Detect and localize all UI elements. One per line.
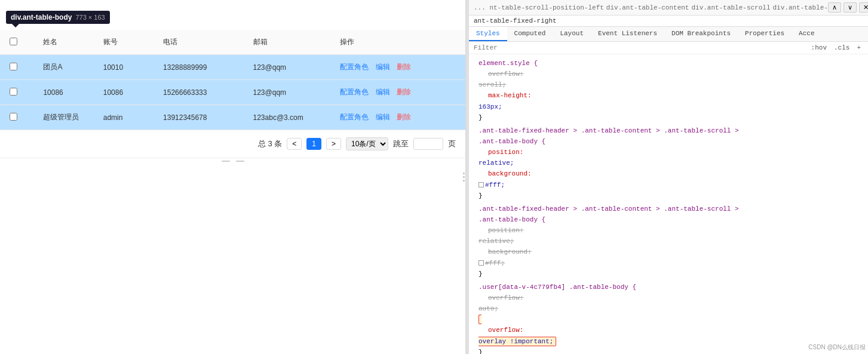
row-name: 超级管理员 xyxy=(33,105,93,130)
action-edit[interactable]: 编辑 xyxy=(376,113,390,121)
row-actions: 配置角色 编辑 删除 xyxy=(330,80,465,105)
css-property-line: background: #fff; xyxy=(474,168,863,190)
selector-input[interactable] xyxy=(474,17,863,24)
css-property-line: background: #fff; xyxy=(474,247,863,268)
per-page-select[interactable]: 10条/页 20条/页 50条/页 xyxy=(346,137,388,150)
tab-properties[interactable]: Properties xyxy=(738,27,792,41)
filter-hov-btn[interactable]: :hov xyxy=(809,44,829,52)
tab-dom-breakpoints[interactable]: DOM Breakpoints xyxy=(664,27,738,41)
breadcrumb-item-3[interactable]: div.ant-table-scroll xyxy=(691,4,770,11)
css-property-line: position: relative; xyxy=(474,147,863,168)
devtools-tabs: Styles Computed Layout Event Listeners D… xyxy=(469,27,868,42)
col-header-account: 账号 xyxy=(94,30,154,55)
action-edit[interactable]: 编辑 xyxy=(376,63,390,71)
filter-add-btn[interactable]: + xyxy=(854,44,863,52)
css-selector: .ant-table-fixed-header > .ant-table-con… xyxy=(474,125,863,136)
tab-acce[interactable]: Acce xyxy=(792,27,821,41)
css-property-line: overflow: scroll; xyxy=(474,69,863,90)
row-account: admin xyxy=(94,105,154,130)
breadcrumb-item-2[interactable]: div.ant-table-content xyxy=(606,4,689,11)
css-close-brace: } xyxy=(474,190,863,201)
css-rule-block: element.style { overflow: scroll; max-he… xyxy=(469,57,868,124)
row-checkbox-cell xyxy=(0,55,33,80)
col-header-name: 姓名 xyxy=(33,30,93,55)
filter-cls-btn[interactable]: .cls xyxy=(832,44,852,52)
data-table: 姓名 账号 电话 邮箱 操作 团员A 10010 13288889999 123… xyxy=(0,30,465,130)
selector-bar xyxy=(469,16,868,27)
devtools-panel: ... nt-table-scroll-position-left div.an… xyxy=(469,0,868,354)
drag-line-2 xyxy=(236,161,244,162)
color-swatch[interactable] xyxy=(479,260,484,266)
col-header-checkbox xyxy=(0,30,33,55)
row-name: 10086 xyxy=(33,80,93,105)
breadcrumb-expand-btn[interactable]: ✕ xyxy=(859,2,868,13)
css-property-line: max-height: 163px; xyxy=(474,90,863,112)
css-highlight: overflow: overlay !important; xyxy=(479,315,858,346)
breadcrumb-item-4[interactable]: div.ant-table- xyxy=(773,4,828,11)
current-page-btn[interactable]: 1 xyxy=(306,138,321,150)
action-role[interactable]: 配置角色 xyxy=(340,113,369,121)
col-header-action: 操作 xyxy=(330,30,465,55)
select-all-checkbox[interactable] xyxy=(10,38,17,45)
tab-computed[interactable]: Computed xyxy=(507,27,553,41)
tab-styles[interactable]: Styles xyxy=(469,27,507,41)
row-checkbox[interactable] xyxy=(10,113,17,121)
breadcrumb-right: ∧ ∨ ✕ xyxy=(828,2,868,13)
css-property-line: overflow: auto; xyxy=(474,293,863,314)
row-checkbox[interactable] xyxy=(10,63,17,70)
tooltip-dimensions: 773 × 163 xyxy=(75,14,105,21)
next-page-btn[interactable]: > xyxy=(326,138,341,150)
prev-page-btn[interactable]: < xyxy=(287,138,302,150)
table-row: 超级管理员 admin 13912345678 123abc@3.com 配置角… xyxy=(0,105,465,130)
table-row: 团员A 10010 13288889999 123@qqm 配置角色 编辑 删除 xyxy=(0,55,465,80)
row-checkbox[interactable] xyxy=(10,88,17,96)
breadcrumb-item-1[interactable]: ... nt-table-scroll-position-left xyxy=(474,4,604,11)
filter-btns: :hov .cls + xyxy=(809,44,863,52)
row-account: 10086 xyxy=(94,80,154,105)
css-selector: .ant-table-fixed-header > .ant-table-con… xyxy=(474,204,863,214)
css-property-line: position: relative; xyxy=(474,225,863,247)
row-email: 123abc@3.com xyxy=(244,105,331,130)
breadcrumb-up-btn[interactable]: ∧ xyxy=(828,2,841,13)
total-count: 总 3 条 xyxy=(258,138,282,149)
filter-input[interactable] xyxy=(474,44,804,51)
breadcrumb-down-btn[interactable]: ∨ xyxy=(844,2,857,13)
row-actions: 配置角色 编辑 删除 xyxy=(330,55,465,80)
tooltip-arrow xyxy=(12,24,19,27)
jump-input[interactable] xyxy=(413,138,443,150)
tab-layout[interactable]: Layout xyxy=(553,27,591,41)
action-delete[interactable]: 删除 xyxy=(397,113,411,121)
action-delete[interactable]: 删除 xyxy=(397,88,411,96)
color-swatch[interactable] xyxy=(479,182,484,187)
action-role[interactable]: 配置角色 xyxy=(340,88,369,96)
row-phone: 15266663333 xyxy=(154,80,243,105)
panel-divider[interactable] xyxy=(466,0,469,354)
drag-handle-area xyxy=(0,158,465,164)
right-resize-handle[interactable] xyxy=(462,165,465,189)
page-suffix: 页 xyxy=(448,138,456,149)
css-close-brace: } xyxy=(474,347,863,354)
css-rule-block: .ant-table-fixed-header > .ant-table-con… xyxy=(469,124,868,202)
css-selector: element.style { xyxy=(474,58,863,69)
action-role[interactable]: 配置角色 xyxy=(340,63,369,71)
jump-label: 跳至 xyxy=(393,138,409,149)
row-email: 123@qqm xyxy=(244,80,331,105)
row-phone: 13912345678 xyxy=(154,105,243,130)
action-edit[interactable]: 编辑 xyxy=(376,88,390,96)
left-panel: div.ant-table-body 773 × 163 姓名 账号 电话 邮箱… xyxy=(0,0,466,354)
tab-event-listeners[interactable]: Event Listeners xyxy=(591,27,664,41)
action-delete[interactable]: 删除 xyxy=(397,63,411,71)
col-header-phone: 电话 xyxy=(154,30,243,55)
css-rule-block: .ant-table-fixed-header > .ant-table-con… xyxy=(469,202,868,281)
row-checkbox-cell xyxy=(0,80,33,105)
filter-bar: :hov .cls + xyxy=(469,42,868,54)
pagination: 总 3 条 < 1 > 10条/页 20条/页 50条/页 跳至 页 xyxy=(0,130,465,158)
col-header-email: 邮箱 xyxy=(244,30,331,55)
css-close-brace: } xyxy=(474,112,863,123)
table-row: 10086 10086 15266663333 123@qqm 配置角色 编辑 … xyxy=(0,80,465,105)
tooltip-tag: div.ant-table-body xyxy=(11,13,72,21)
row-phone: 13288889999 xyxy=(154,55,243,80)
element-tooltip: div.ant-table-body 773 × 163 xyxy=(6,11,110,24)
row-email: 123@qqm xyxy=(244,55,331,80)
css-property-line: overflow: overlay !important; xyxy=(474,314,863,346)
